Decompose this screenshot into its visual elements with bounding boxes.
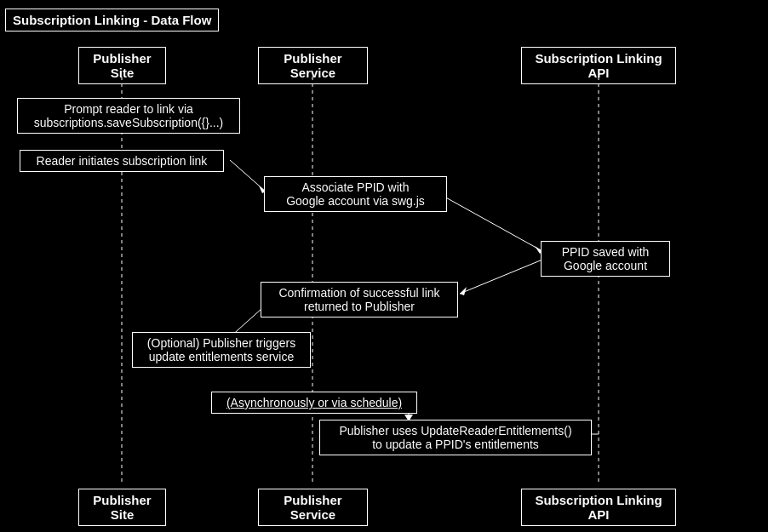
publisher-site-header-bottom: Publisher Site [78, 489, 166, 526]
publisher-service-header-top: Publisher Service [258, 47, 368, 84]
subscription-linking-header-bottom: Subscription Linking API [521, 489, 676, 526]
optional-update-box: (Optional) Publisher triggersupdate enti… [132, 332, 311, 368]
update-entitlements-box: Publisher uses UpdateReaderEntitlements(… [319, 420, 592, 455]
ppid-saved-box: PPID saved withGoogle account [541, 241, 670, 277]
publisher-service-header-bottom: Publisher Service [258, 489, 368, 526]
svg-marker-8 [460, 287, 467, 295]
associate-ppid-box: Associate PPID withGoogle account via sw… [264, 176, 447, 212]
svg-line-3 [230, 160, 266, 192]
reader-initiates-box: Reader initiates subscription link [20, 150, 224, 172]
publisher-site-header-top: Publisher Site [78, 47, 166, 84]
subscription-linking-header-top: Subscription Linking API [521, 47, 676, 84]
svg-line-5 [443, 196, 542, 251]
svg-line-7 [460, 260, 542, 294]
page-title: Subscription Linking - Data Flow [5, 9, 219, 31]
async-box: (Asynchronously or via schedule) [211, 392, 417, 414]
confirmation-box: Confirmation of successful linkreturned … [261, 282, 458, 317]
diagram-container: Subscription Linking - Data Flow Publish… [0, 0, 768, 532]
prompt-reader-box: Prompt reader to link viasubscriptions.s… [17, 98, 240, 134]
